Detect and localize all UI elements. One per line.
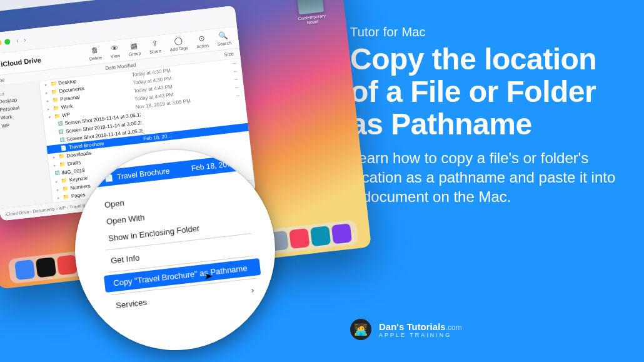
nav-forward-icon[interactable]: › — [23, 36, 26, 43]
finder-location[interactable]: ☁︎ iCloud Drive — [0, 56, 41, 69]
image-icon: 🖼 — [59, 129, 64, 135]
dock-app-14[interactable] — [310, 226, 331, 246]
magnifier: 📄 Travel Brochure Feb 18, 20… Open Open … — [75, 150, 275, 350]
chevron-right-icon: › — [251, 285, 254, 294]
delete-icon: 🗑 — [91, 46, 99, 55]
add-tags-icon: ◯ — [173, 36, 183, 46]
toolbar-action[interactable]: ⊙Action — [195, 34, 209, 49]
disclosure-icon[interactable]: ▸ — [47, 106, 50, 111]
disclosure-icon[interactable]: ▸ — [54, 163, 57, 168]
disclosure-icon[interactable]: ▸ — [58, 195, 61, 200]
subhead-text: Learn how to copy a file's or folder's l… — [350, 149, 625, 206]
toolbar-share[interactable]: ⇪Share — [148, 39, 161, 54]
marketing-copy: Tutor for Mac Copy the location of a Fil… — [350, 25, 625, 207]
nav-back-icon[interactable]: ‹ — [16, 37, 19, 44]
context-menu: Open Open With Show in Enclosing Folder … — [95, 180, 264, 315]
brand-block: 🧑‍💻 Dan's Tutorials.com APPLE TRAINING — [350, 319, 462, 340]
eyebrow-text: Tutor for Mac — [350, 25, 625, 39]
toolbar-group[interactable]: ▦Group — [128, 41, 141, 57]
disclosure-icon[interactable]: ▸ — [56, 187, 59, 192]
brand-tagline: APPLE TRAINING — [379, 332, 462, 338]
folder-icon: 📁 — [53, 105, 59, 111]
folder-icon: 📁 — [50, 81, 57, 87]
dock-app-15[interactable] — [331, 223, 352, 244]
share-icon: ⇪ — [151, 39, 158, 49]
group-icon: ▦ — [130, 41, 138, 51]
image-icon: 🖼 — [59, 137, 65, 143]
brand-name: Dan's Tutorials — [379, 321, 446, 332]
folder-icon: 📁 — [54, 113, 61, 119]
desktop-file-thumb-icon — [296, 0, 324, 14]
folder-icon: 📁 — [61, 178, 68, 184]
brand-suffix: .com — [446, 323, 462, 332]
folder-icon: 📁 — [59, 161, 66, 168]
zoom-icon[interactable] — [4, 39, 11, 45]
window-traffic-lights[interactable] — [0, 39, 11, 47]
dock-app-13[interactable] — [289, 228, 309, 249]
folder-icon: 📁 — [51, 89, 58, 95]
col-size[interactable]: Size — [209, 51, 234, 59]
view-icon: 👁 — [110, 44, 119, 53]
desktop-file-caption: Contemporary Novel — [298, 13, 327, 26]
disclosure-icon[interactable]: ▸ — [56, 179, 59, 184]
minimize-icon[interactable] — [0, 39, 2, 46]
disclosure-icon[interactable]: ▸ — [53, 155, 56, 160]
dock-app-2[interactable] — [57, 254, 78, 275]
search-icon: 🔍 — [218, 31, 228, 41]
toolbar-add-tags[interactable]: ◯Add Tags — [168, 36, 188, 52]
dock-app-1[interactable] — [36, 257, 56, 278]
disclosure-icon[interactable]: ▾ — [48, 114, 51, 119]
document-icon: 📄 — [61, 145, 68, 151]
dock-app-0[interactable] — [14, 259, 35, 280]
desktop-file[interactable]: Contemporary Novel — [294, 0, 327, 26]
folder-icon: 📁 — [52, 97, 59, 103]
folder-icon: 📁 — [62, 186, 69, 192]
brand-avatar: 🧑‍💻 — [350, 319, 371, 340]
toolbar-delete[interactable]: 🗑Delete — [88, 46, 103, 61]
disclosure-icon[interactable]: ▸ — [46, 98, 49, 103]
folder-icon: 📁 — [63, 194, 69, 200]
image-icon: 🖼 — [54, 170, 60, 176]
toolbar-view[interactable]: 👁View — [109, 44, 121, 59]
toolbar-search[interactable]: 🔍Search — [216, 31, 232, 46]
cursor-icon: ➤ — [204, 270, 213, 282]
image-icon: 🖼 — [58, 121, 63, 127]
folder-icon: 📁 — [58, 153, 65, 159]
disclosure-icon[interactable]: ▸ — [45, 90, 48, 95]
action-icon: ⊙ — [198, 34, 206, 43]
disclosure-icon[interactable]: ▸ — [44, 82, 48, 87]
headline-text: Copy the location of a File or Folder as… — [350, 43, 625, 140]
